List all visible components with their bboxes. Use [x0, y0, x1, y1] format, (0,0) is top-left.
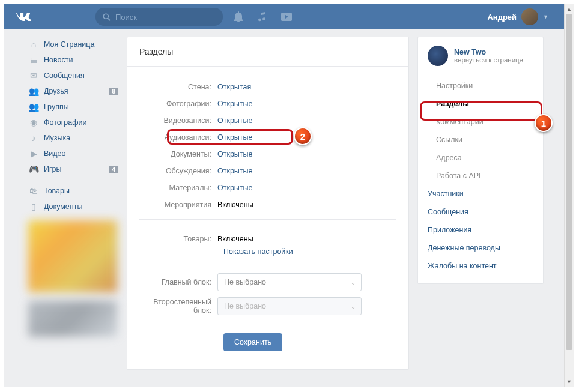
messages-icon: ✉: [28, 70, 39, 81]
nav-photos[interactable]: ◉Фотографии: [28, 115, 118, 130]
row-audio-value[interactable]: Открытые: [217, 133, 253, 142]
marker-1: 1: [535, 114, 553, 132]
row-materials-label: Материалы:: [139, 184, 217, 192]
ad-block-2: [28, 301, 117, 337]
main-block-label: Главный блок:: [139, 278, 217, 286]
nav-groups[interactable]: 👥Группы: [28, 99, 118, 115]
ad-block: [28, 220, 117, 292]
nav-messages[interactable]: ✉Сообщения: [28, 68, 118, 83]
row-docs-label: Документы:: [139, 150, 217, 158]
panel-title: Разделы: [127, 37, 408, 67]
nav-games[interactable]: 🎮Игры4: [28, 161, 118, 177]
rnav-money[interactable]: Денежные переводы: [418, 239, 543, 257]
vk-logo[interactable]: [11, 4, 35, 29]
row-discuss-value[interactable]: Открытые: [217, 167, 253, 175]
photos-icon: ◉: [28, 117, 39, 128]
row-photos-value[interactable]: Открытые: [217, 100, 253, 108]
row-photos-label: Фотографии:: [139, 100, 217, 108]
row-docs-value[interactable]: Открытые: [217, 150, 253, 158]
svg-line-1: [108, 18, 111, 20]
scrollbar[interactable]: ▲ ▼: [564, 4, 574, 387]
row-goods-value: Включены: [217, 235, 253, 243]
row-wall-value[interactable]: Открытая: [217, 83, 251, 91]
rnav-comments[interactable]: Комментарии: [418, 113, 543, 131]
friends-badge: 8: [109, 88, 118, 95]
save-button[interactable]: Сохранить: [223, 333, 282, 351]
user-name: Андрей: [487, 13, 517, 22]
rnav-settings[interactable]: Настройки: [418, 77, 543, 95]
nav-music[interactable]: ♪Музыка: [28, 130, 118, 146]
secondary-block-label: Второстепенный блок:: [139, 298, 217, 315]
scroll-down-icon[interactable]: ▼: [565, 377, 574, 387]
search-placeholder: Поиск: [115, 13, 137, 22]
row-audio-label: Аудиозаписи:: [139, 133, 217, 142]
friends-icon: 👥: [28, 86, 39, 97]
user-avatar: [521, 8, 538, 25]
chevron-down-icon: ⌵: [351, 279, 355, 286]
show-settings-link[interactable]: Показать настройки: [223, 247, 293, 256]
main-block-dropdown[interactable]: Не выбрано⌵: [217, 273, 362, 291]
row-events-value: Включены: [217, 201, 253, 209]
video-nav-icon: ▶: [28, 148, 39, 159]
rnav-reports[interactable]: Жалобы на контент: [418, 257, 543, 275]
search-input[interactable]: Поиск: [95, 8, 223, 26]
groups-icon: 👥: [28, 101, 39, 112]
row-wall-label: Стена:: [139, 83, 217, 91]
rnav-api[interactable]: Работа с API: [418, 167, 543, 185]
row-goods-label: Товары:: [139, 235, 217, 243]
row-videos-label: Видеозаписи:: [139, 116, 217, 125]
rnav-sections[interactable]: Разделы: [418, 95, 543, 113]
rnav-links[interactable]: Ссылки: [418, 131, 543, 149]
row-materials-value[interactable]: Открытые: [217, 184, 253, 192]
games-icon: 🎮: [28, 164, 39, 175]
rnav-apps[interactable]: Приложения: [418, 221, 543, 239]
rnav-members[interactable]: Участники: [418, 185, 543, 203]
news-icon: ▤: [28, 55, 39, 65]
docs-icon: ▯: [28, 201, 39, 212]
marker-2: 2: [294, 127, 312, 145]
music-nav-icon: ♪: [28, 133, 39, 143]
scroll-up-icon[interactable]: ▲: [565, 4, 574, 14]
home-icon: ⌂: [28, 39, 39, 50]
nav-my-page[interactable]: ⌂Моя Страница: [28, 37, 118, 52]
music-icon[interactable]: [256, 11, 268, 23]
bag-icon: 🛍: [28, 185, 39, 196]
nav-news[interactable]: ▤Новости: [28, 52, 118, 68]
nav-goods[interactable]: 🛍Товары: [28, 183, 118, 199]
row-videos-value[interactable]: Открытые: [217, 116, 253, 125]
nav-video[interactable]: ▶Видео: [28, 146, 118, 161]
nav-friends[interactable]: 👥Друзья8: [28, 83, 118, 99]
rnav-messages[interactable]: Сообщения: [418, 203, 543, 221]
notifications-icon[interactable]: [232, 11, 244, 23]
chevron-down-icon: ▼: [543, 14, 548, 20]
search-icon: [103, 13, 111, 21]
video-play-icon[interactable]: [280, 11, 293, 23]
header-bar: Поиск Андрей ▼: [4, 4, 564, 29]
group-avatar[interactable]: [428, 46, 448, 66]
svg-point-0: [103, 14, 108, 19]
user-menu[interactable]: Андрей ▼: [487, 8, 559, 25]
left-nav: ⌂Моя Страница ▤Новости ✉Сообщения 👥Друзь…: [28, 37, 118, 370]
right-panel: New Two вернуться к странице Настройки Р…: [417, 37, 544, 284]
row-discuss-label: Обсуждения:: [139, 167, 217, 175]
group-name[interactable]: New Two: [454, 48, 523, 56]
nav-docs[interactable]: ▯Документы: [28, 199, 118, 214]
secondary-block-dropdown: Не выбрано⌵: [217, 297, 362, 315]
games-badge: 4: [109, 166, 118, 173]
row-events-label: Мероприятия: [139, 201, 217, 209]
chevron-down-icon: ⌵: [351, 303, 355, 310]
back-to-page[interactable]: вернуться к странице: [454, 56, 523, 64]
rnav-addresses[interactable]: Адреса: [418, 149, 543, 167]
scroll-thumb[interactable]: [566, 14, 572, 350]
main-panel: Разделы Стена:Открытая Фотографии:Открыт…: [127, 37, 409, 370]
